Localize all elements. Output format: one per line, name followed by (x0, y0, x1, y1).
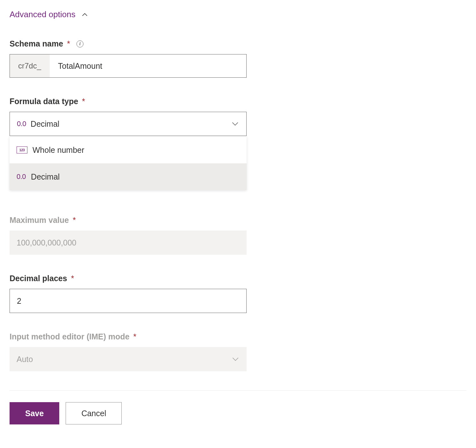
required-indicator: * (73, 216, 76, 225)
footer: Save Cancel (10, 390, 466, 424)
schema-name-field: Schema name * i cr7dc_ (10, 39, 466, 78)
decimal-places-label: Decimal places * (10, 274, 466, 283)
required-indicator: * (82, 97, 85, 106)
maximum-value-label: Maximum value * (10, 216, 466, 225)
required-indicator: * (71, 274, 74, 283)
formula-data-type-label: Formula data type * (10, 97, 466, 106)
formula-data-type-select[interactable]: 0.0 Decimal (10, 112, 247, 136)
required-indicator: * (133, 332, 136, 341)
formula-data-type-label-text: Formula data type (10, 97, 78, 106)
ime-mode-label-text: Input method editor (IME) mode (10, 332, 129, 341)
formula-data-type-dropdown: 123 Whole number 0.0 Decimal (10, 137, 247, 190)
cancel-button[interactable]: Cancel (66, 402, 122, 424)
ime-mode-field: Input method editor (IME) mode * Auto (10, 332, 466, 371)
ime-mode-value-text: Auto (17, 355, 33, 364)
ime-mode-select: Auto (10, 347, 247, 371)
decimal-places-input[interactable] (10, 289, 247, 313)
maximum-value-field: Maximum value * (10, 216, 466, 255)
schema-name-label: Schema name * i (10, 39, 466, 48)
schema-name-label-text: Schema name (10, 39, 63, 48)
info-icon[interactable]: i (76, 40, 83, 47)
required-indicator: * (67, 39, 70, 48)
save-button[interactable]: Save (10, 402, 59, 424)
chevron-up-icon (81, 11, 88, 18)
decimal-icon: 0.0 (17, 173, 26, 181)
maximum-value-label-text: Maximum value (10, 216, 69, 225)
whole-number-icon: 123 (17, 146, 27, 153)
decimal-places-label-text: Decimal places (10, 274, 67, 283)
advanced-options-label: Advanced options (10, 10, 76, 19)
maximum-value-input (10, 231, 247, 255)
formula-data-type-value: 0.0 Decimal (17, 119, 231, 129)
formula-data-type-selected-label: Decimal (31, 119, 59, 129)
chevron-down-icon (231, 355, 240, 363)
chevron-down-icon (231, 120, 239, 128)
option-whole-number[interactable]: 123 Whole number (10, 137, 247, 163)
schema-name-input[interactable] (50, 54, 246, 77)
schema-name-input-wrapper: cr7dc_ (10, 54, 247, 78)
ime-mode-label: Input method editor (IME) mode * (10, 332, 466, 341)
decimal-places-field: Decimal places * (10, 274, 466, 313)
option-whole-number-label: Whole number (32, 146, 84, 155)
formula-data-type-field: Formula data type * 0.0 Decimal 123 Whol… (10, 97, 466, 190)
option-decimal-label: Decimal (31, 172, 60, 181)
option-decimal[interactable]: 0.0 Decimal (10, 163, 247, 190)
schema-name-prefix: cr7dc_ (10, 54, 50, 77)
decimal-icon: 0.0 (17, 120, 26, 128)
ime-mode-value: Auto (17, 355, 231, 364)
advanced-options-toggle[interactable]: Advanced options (10, 10, 466, 19)
